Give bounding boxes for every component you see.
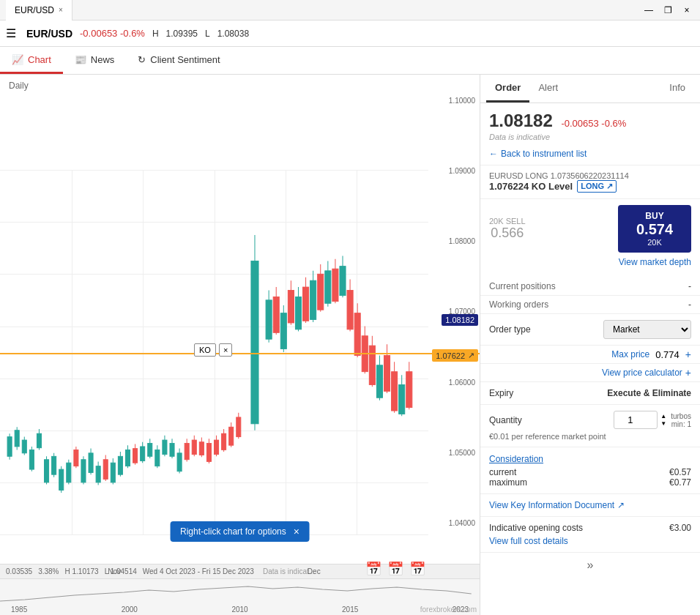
tab-info[interactable]: Info — [660, 75, 694, 102]
max-price-plus-btn[interactable]: + — [685, 348, 691, 360]
ko-marker: KO × — [194, 343, 232, 357]
tab-sentiment[interactable]: ↻ Client Sentiment — [126, 47, 231, 74]
quantity-input[interactable] — [614, 411, 658, 429]
nav-chevron-left[interactable]: » — [587, 559, 594, 572]
info-tab-label: Info — [669, 82, 685, 93]
expiry-label: Expiry — [489, 388, 513, 398]
hamburger-icon[interactable]: ☰ — [6, 26, 16, 40]
qty-up-arrow[interactable]: ▲ — [660, 413, 666, 420]
trade-section: 20K SELL 0.566 BUY 0.574 20K View market… — [480, 199, 700, 277]
tooltip-bar: Right-click chart for options × — [170, 521, 310, 542]
buy-label: BUY — [630, 211, 679, 221]
consideration-section: Consideration current €0.57 maximum €0.7… — [480, 447, 700, 494]
sell-size: 20K — [489, 217, 504, 225]
price-1.06000: 1.06000 — [433, 379, 475, 387]
max-price-label[interactable]: Max price — [611, 349, 649, 359]
ko-line — [0, 353, 480, 354]
calc-row: View price calculator + — [480, 364, 700, 382]
ko-level-text: 1.076224 KO Level — [489, 181, 573, 192]
price-1.08000: 1.08000 — [433, 237, 475, 245]
year-1985: 1985 — [11, 605, 27, 614]
tab-chart[interactable]: 📈 Chart — [0, 47, 63, 74]
order-type-select[interactable]: Market Limit Stop — [603, 320, 691, 339]
sell-text: SELL — [506, 217, 526, 225]
working-orders-label: Working orders — [489, 299, 548, 310]
position-info: EURUSD LONG 1.0735606220231114 1.076224 … — [480, 165, 700, 199]
tab-alert[interactable]: Alert — [529, 75, 567, 102]
price-1.10000: 1.10000 — [433, 97, 475, 105]
consideration-label[interactable]: Consideration — [489, 454, 543, 464]
minimap-chart — [0, 579, 480, 605]
month-dec: Dec — [308, 567, 321, 575]
view-market-depth-link[interactable]: View market depth — [489, 257, 691, 267]
diff-val: -0.00653 — [561, 118, 598, 129]
minimize-btn[interactable]: — — [641, 3, 656, 18]
back-link-text: Back to instrument list — [501, 149, 587, 159]
turbos-label: turbos — [671, 412, 691, 420]
quantity-row: Quantity ▲ ▼ turbos min: 1 €0.01 p — [480, 405, 700, 447]
sell-col: 20K SELL 0.566 — [489, 217, 526, 241]
ko-label[interactable]: KO — [194, 343, 216, 357]
current-val: €0.57 — [669, 467, 691, 477]
qty-top: Quantity ▲ ▼ turbos min: 1 — [489, 411, 691, 429]
window-tab[interactable]: EUR/USD × — [6, 0, 72, 20]
sell-price: 0.566 — [489, 225, 526, 241]
tab-order[interactable]: Order — [486, 75, 529, 102]
right-panel: Order Alert Info 1.08182 -0.00653 -0.6% … — [480, 75, 700, 615]
main-layout: Daily — [0, 75, 700, 615]
ko-price-value: 1.07622 — [436, 351, 465, 360]
price-high: 1.09395 — [166, 29, 198, 39]
ko-close-btn[interactable]: × — [219, 343, 232, 357]
costs-value: €3.00 — [669, 523, 691, 533]
indicative-text: Data is indicative — [489, 133, 691, 141]
sentiment-icon: ↻ — [138, 54, 146, 65]
month-nov: Nov — [108, 567, 121, 575]
costs-link[interactable]: View full cost details — [489, 536, 691, 546]
chart-area[interactable]: Daily — [0, 75, 480, 615]
turbos-min-label: min: 1 — [671, 420, 691, 428]
tab-close-btn[interactable]: × — [59, 6, 63, 14]
key-info-link[interactable]: View Key Information Document ↗ — [489, 500, 691, 510]
nav-arrows: » — [480, 553, 700, 578]
change-pct: -0.6% — [120, 28, 145, 39]
watermark: forexbrokers.com — [420, 605, 477, 614]
sentiment-tab-label: Client Sentiment — [150, 54, 220, 65]
header-row: ☰ EUR/USD -0.00653 -0.6% H 1.09395 L 1.0… — [0, 20, 700, 47]
sell-label: 20K SELL — [489, 217, 526, 225]
chart-tab-label: Chart — [28, 54, 51, 65]
price-low: 1.08038 — [217, 29, 249, 39]
order-tabs: Order Alert Info — [480, 75, 700, 103]
restore-btn[interactable]: ❐ — [660, 3, 675, 18]
year-2015: 2015 — [342, 605, 358, 614]
working-orders-row: Working orders - — [480, 296, 700, 314]
symbol-name: EUR/USD — [26, 28, 72, 40]
calc-link[interactable]: View price calculator — [602, 368, 682, 378]
long-badge: LONG ↗ — [577, 180, 617, 193]
calendar-icon-3[interactable]: 📅 — [409, 561, 425, 577]
close-btn[interactable]: × — [679, 3, 694, 18]
price-diff: -0.00653 -0.6% — [561, 118, 626, 129]
calendar-icon-2[interactable]: 📅 — [387, 561, 403, 577]
price-scale: 1.10000 1.09000 1.08000 1.07000 1.06000 … — [428, 75, 480, 534]
tab-news[interactable]: 📰 News — [63, 47, 127, 74]
expiry-value: Execute & Eliminate — [607, 388, 691, 398]
bottom-minimap: 1985 2000 2010 2015 2023 — [0, 578, 480, 615]
qty-input-group: ▲ ▼ turbos min: 1 — [614, 411, 691, 429]
chart-controls: 📅 📅 📅 — [365, 561, 425, 577]
working-orders-value: - — [688, 299, 691, 310]
back-arrow-icon: ← — [489, 149, 498, 159]
calc-plus-btn[interactable]: + — [685, 367, 691, 379]
ko-price-tag[interactable]: 1.07622 ↗ — [432, 349, 478, 362]
buy-price: 0.574 — [630, 221, 679, 238]
news-icon: 📰 — [75, 54, 86, 65]
month-labels: Nov Dec — [0, 564, 428, 578]
tooltip-close-btn[interactable]: × — [294, 526, 299, 537]
back-link[interactable]: ← Back to instrument list — [480, 146, 700, 165]
qty-down-arrow[interactable]: ▼ — [660, 420, 666, 428]
calendar-icon-1[interactable]: 📅 — [365, 561, 381, 577]
top-bar: EUR/USD × — ❐ × — [0, 0, 700, 20]
buy-button[interactable]: BUY 0.574 20K — [618, 205, 691, 253]
tab-nav: 📈 Chart 📰 News ↻ Client Sentiment — [0, 47, 700, 75]
consid-rows: current €0.57 maximum €0.77 — [489, 467, 691, 488]
order-tab-label: Order — [495, 82, 521, 93]
